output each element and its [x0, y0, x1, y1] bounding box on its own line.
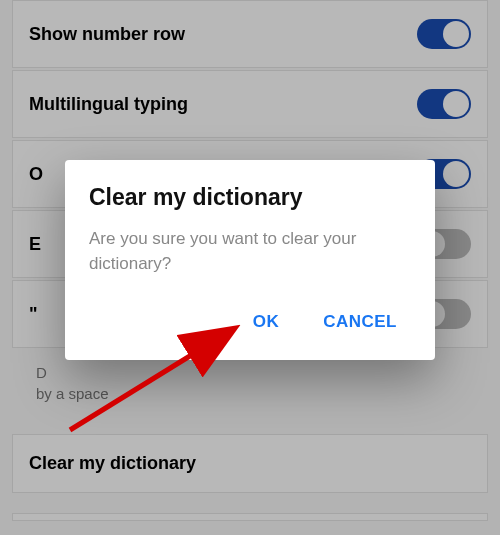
confirm-dialog: Clear my dictionary Are you sure you wan… — [65, 160, 435, 360]
dialog-message: Are you sure you want to clear your dict… — [89, 227, 411, 276]
dialog-title: Clear my dictionary — [89, 184, 411, 211]
cancel-button[interactable]: CANCEL — [319, 304, 401, 340]
ok-button[interactable]: OK — [249, 304, 284, 340]
dialog-actions: OK CANCEL — [89, 304, 411, 348]
